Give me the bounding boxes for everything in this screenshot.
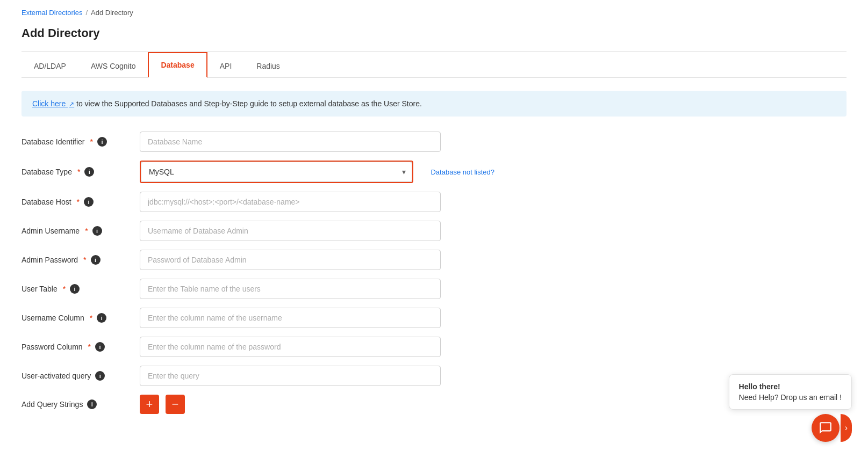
chat-open-button[interactable] bbox=[812, 414, 840, 442]
tab-radius[interactable]: Radius bbox=[244, 54, 292, 78]
add-query-string-button[interactable]: + bbox=[140, 395, 159, 414]
username-column-input[interactable] bbox=[140, 308, 441, 328]
tab-adldap[interactable]: AD/LDAP bbox=[21, 54, 78, 78]
chat-icon bbox=[819, 421, 833, 435]
field-label-database-host: Database Host * i bbox=[21, 197, 140, 207]
database-type-select[interactable]: MySQL PostgreSQL Oracle MSSQL MariaDB bbox=[141, 162, 412, 182]
external-link-icon: ↗ bbox=[69, 100, 74, 108]
required-star: * bbox=[90, 137, 93, 146]
info-icon-user-activated-query[interactable]: i bbox=[95, 371, 105, 381]
chat-expand-button[interactable]: › bbox=[841, 414, 852, 442]
field-label-database-identifier: Database Identifier * i bbox=[21, 137, 140, 147]
field-input-col-admin-password bbox=[140, 250, 441, 270]
required-star-user-table: * bbox=[63, 285, 66, 293]
breadcrumb-separator: / bbox=[85, 9, 88, 17]
field-label-user-table: User Table * i bbox=[21, 284, 140, 294]
breadcrumb-current: Add Directory bbox=[91, 9, 133, 17]
field-row-admin-password: Admin Password * i bbox=[21, 250, 774, 270]
info-icon-admin-username[interactable]: i bbox=[92, 226, 102, 236]
field-row-password-column: Password Column * i bbox=[21, 337, 774, 357]
field-row-database-identifier: Database Identifier * i bbox=[21, 132, 774, 152]
remove-query-string-button[interactable]: − bbox=[166, 395, 185, 414]
field-input-col-database-identifier bbox=[140, 132, 441, 152]
field-label-user-activated-query: User-activated query i bbox=[21, 371, 140, 381]
tabs-bar: AD/LDAP AWS Cognito Database API Radius bbox=[21, 52, 847, 78]
required-star-type: * bbox=[77, 168, 80, 176]
field-input-col-admin-username bbox=[140, 221, 441, 241]
tab-database[interactable]: Database bbox=[148, 52, 207, 78]
info-banner-text: to view the Supported Databases and Step… bbox=[76, 99, 422, 108]
info-icon-admin-password[interactable]: i bbox=[91, 255, 101, 265]
database-host-input[interactable] bbox=[140, 192, 441, 212]
field-row-admin-username: Admin Username * i bbox=[21, 221, 774, 241]
info-icon-user-table[interactable]: i bbox=[70, 284, 80, 294]
form-section: Database Identifier * i Database Type * … bbox=[21, 132, 774, 414]
tab-aws-cognito[interactable]: AWS Cognito bbox=[78, 54, 148, 78]
field-label-admin-password: Admin Password * i bbox=[21, 255, 140, 265]
field-label-username-column: Username Column * i bbox=[21, 313, 140, 323]
field-row-username-column: Username Column * i bbox=[21, 308, 774, 328]
password-column-input[interactable] bbox=[140, 337, 441, 357]
required-star-admin-password: * bbox=[83, 256, 86, 264]
tab-api[interactable]: API bbox=[207, 54, 245, 78]
info-icon-database-type[interactable]: i bbox=[84, 167, 94, 177]
field-input-col-user-table bbox=[140, 279, 441, 299]
required-star-username-column: * bbox=[90, 314, 92, 322]
field-row-database-type: Database Type * i MySQL PostgreSQL Oracl… bbox=[21, 161, 774, 183]
page-title: Add Directory bbox=[21, 26, 847, 40]
user-table-input[interactable] bbox=[140, 279, 441, 299]
admin-username-input[interactable] bbox=[140, 221, 441, 241]
info-icon-database-identifier[interactable]: i bbox=[97, 137, 107, 147]
info-icon-password-column[interactable]: i bbox=[95, 342, 105, 352]
field-row-add-query-strings: Add Query Strings i + − bbox=[21, 395, 774, 414]
field-row-database-host: Database Host * i bbox=[21, 192, 774, 212]
breadcrumb-parent[interactable]: External Directories bbox=[21, 9, 82, 17]
breadcrumb: External Directories / Add Directory bbox=[21, 9, 847, 17]
chat-bubble-title: Hello there! bbox=[739, 382, 842, 391]
field-row-user-table: User Table * i bbox=[21, 279, 774, 299]
field-input-col-password-column bbox=[140, 337, 441, 357]
info-icon-username-column[interactable]: i bbox=[97, 313, 106, 323]
field-input-col-add-query-strings: + − bbox=[140, 395, 441, 414]
info-icon-database-host[interactable]: i bbox=[84, 197, 94, 207]
field-label-password-column: Password Column * i bbox=[21, 342, 140, 352]
admin-password-input[interactable] bbox=[140, 250, 441, 270]
info-icon-add-query-strings[interactable]: i bbox=[87, 399, 97, 409]
required-star-admin-username: * bbox=[85, 227, 88, 235]
info-banner: Click here ↗ to view the Supported Datab… bbox=[21, 91, 847, 117]
field-label-database-type: Database Type * i bbox=[21, 167, 140, 177]
required-star-host: * bbox=[77, 198, 80, 206]
chat-bubble-subtitle: Need Help? Drop us an email ! bbox=[739, 393, 842, 402]
field-input-col-username-column bbox=[140, 308, 441, 328]
field-input-col-database-host bbox=[140, 192, 441, 212]
field-label-add-query-strings: Add Query Strings i bbox=[21, 399, 140, 409]
required-star-password-column: * bbox=[88, 343, 91, 351]
chat-bubble: Hello there! Need Help? Drop us an email… bbox=[729, 374, 852, 410]
field-row-user-activated-query: User-activated query i bbox=[21, 366, 774, 386]
field-label-admin-username: Admin Username * i bbox=[21, 226, 140, 236]
field-input-col-user-activated-query bbox=[140, 366, 441, 386]
chat-widget: Hello there! Need Help? Drop us an email… bbox=[729, 374, 852, 442]
user-activated-query-input[interactable] bbox=[140, 366, 441, 386]
database-not-listed-link[interactable]: Database not listed? bbox=[431, 168, 494, 176]
database-identifier-input[interactable] bbox=[140, 132, 441, 152]
info-banner-link[interactable]: Click here ↗ bbox=[32, 99, 74, 108]
